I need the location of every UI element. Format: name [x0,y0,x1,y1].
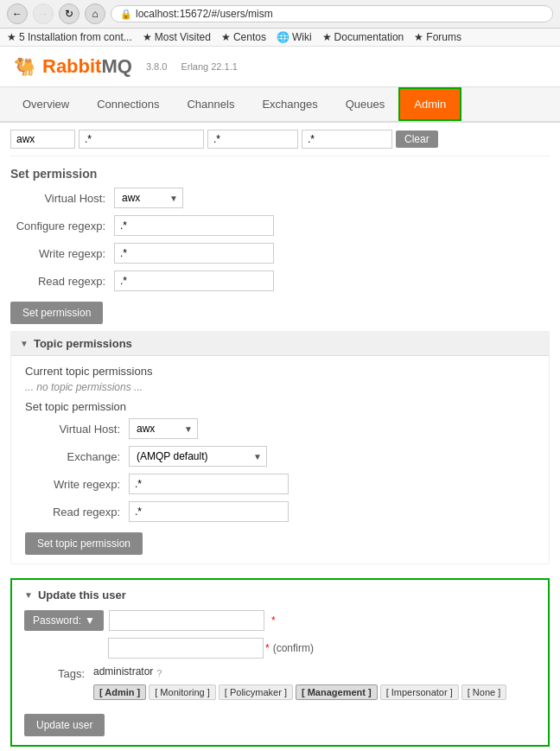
nav-queues[interactable]: Queues [332,89,399,119]
tags-chips: [ Admin ] [ Monitoring ] [ Policymaker ]… [93,684,536,700]
tag-policymaker[interactable]: [ Policymaker ] [219,684,293,700]
tags-value-row: administrator ? [93,665,536,681]
write-regexp-label: Write regexp: [10,247,114,260]
main-content: Clear Set permission Virtual Host: awx /… [0,123,560,751]
configure-regexp-row: Configure regexp: [10,215,550,236]
bookmark-docs-label: Documentation [334,31,404,43]
update-collapse-icon: ▼ [24,590,33,600]
bookmark-mostvisited-icon: ★ [143,31,152,43]
logo-area: 🐫 RabbitMQ 3.8.0 Erlang 22.1.1 [14,55,238,78]
forward-button[interactable]: → [33,3,54,24]
configure-regexp-input[interactable] [114,215,274,236]
required-star-2: * [265,642,270,654]
bookmark-docs[interactable]: ★ Documentation [322,31,404,43]
app-version: 3.8.0 [146,61,167,72]
set-topic-permission-button[interactable]: Set topic permission [25,532,143,555]
topic-read-input[interactable] [129,501,289,522]
vhost-select-wrapper: awx / ▼ [114,188,183,208]
filter-col4-input[interactable] [302,130,392,149]
refresh-button[interactable]: ↻ [59,3,80,24]
write-regexp-row: Write regexp: [10,243,550,264]
topic-vhost-select[interactable]: awx / [129,418,198,439]
read-regexp-label: Read regexp: [10,275,114,288]
app-erlang: Erlang 22.1.1 [181,61,237,72]
filter-user-input[interactable] [10,130,75,149]
bookmark-centos[interactable]: ★ Centos [221,31,266,43]
no-topic-perms-text: ... no topic permissions ... [25,381,535,393]
set-topic-permission-title: Set topic permission [25,400,535,413]
filter-row: Clear [10,123,550,156]
topic-exchange-label: Exchange: [25,450,129,463]
password-dropdown-button[interactable]: Password: ▼ [24,610,104,631]
nav-exchanges[interactable]: Exchanges [248,89,331,119]
url-bar: 🔒 localhost:15672/#/users/mism [111,5,553,22]
bookmark-forums-label: Forums [426,31,461,43]
app: 🐫 RabbitMQ 3.8.0 Erlang 22.1.1 Overview … [0,47,560,751]
bookmark-install-icon: ★ [7,31,16,43]
topic-read-label: Read regexp: [25,506,129,519]
read-regexp-input[interactable] [114,270,274,291]
nav-overview[interactable]: Overview [9,89,83,119]
topic-exchange-select[interactable]: (AMQP default) [129,446,267,467]
password-row: Password: ▼ * [24,610,536,631]
topic-vhost-row: Virtual Host: awx / ▼ [25,418,535,439]
read-regexp-row: Read regexp: [10,270,550,291]
password-btn-label: Password: [33,614,81,627]
bookmark-forums-icon: ★ [414,31,423,43]
bookmark-wiki-label: Wiki [292,31,312,43]
logo-icon: 🐫 [14,56,35,77]
filter-col3-input[interactable] [207,130,298,149]
bookmark-mostvisited-label: Most Visited [155,31,211,43]
tags-help[interactable]: ? [156,668,162,678]
password-btn-arrow: ▼ [85,614,95,627]
tag-none[interactable]: [ None ] [461,684,507,700]
bookmark-wiki[interactable]: 🌐 Wiki [277,31,312,43]
configure-regexp-label: Configure regexp: [10,220,114,232]
password-input[interactable] [109,610,264,631]
vhost-label: Virtual Host: [10,192,114,205]
nav-admin[interactable]: Admin [398,87,461,121]
update-user-button[interactable]: Update user [24,714,105,736]
topic-body: Current topic permissions ... no topic p… [11,356,549,563]
tag-management[interactable]: [ Management ] [296,684,378,700]
vhost-select[interactable]: awx / [114,188,183,208]
topic-header[interactable]: ▼ Topic permissions [11,332,549,356]
app-header: 🐫 RabbitMQ 3.8.0 Erlang 22.1.1 [0,47,560,87]
lock-icon: 🔒 [120,9,132,20]
write-regexp-input[interactable] [114,243,274,264]
confirm-row: * (confirm) [24,638,536,659]
home-button[interactable]: ⌂ [85,3,105,24]
bookmark-docs-icon: ★ [322,31,332,43]
topic-write-label: Write regexp: [25,478,129,491]
topic-write-input[interactable] [129,474,289,494]
bookmark-forums[interactable]: ★ Forums [414,31,461,43]
tag-monitoring[interactable]: [ Monitoring ] [149,684,216,700]
bookmark-centos-label: Centos [233,31,266,43]
logo-mq: MQ [101,55,131,77]
tags-content: administrator ? [ Admin ] [ Monitoring ]… [93,665,536,700]
update-user-header: ▼ Update this user [24,589,536,601]
tags-row: Tags: administrator ? [ Admin ] [ Monito… [24,665,536,700]
filter-col2-input[interactable] [79,130,204,149]
confirm-text: (confirm) [273,642,314,654]
nav-connections[interactable]: Connections [83,89,173,119]
topic-header-title: Topic permissions [34,337,132,350]
back-button[interactable]: ← [7,3,28,24]
set-permission-section: Set permission Virtual Host: awx / ▼ Con… [10,167,550,324]
set-permission-title: Set permission [10,167,550,181]
vhost-row: Virtual Host: awx / ▼ [10,188,550,208]
bookmark-install[interactable]: ★ 5 Installation from cont... [7,31,132,43]
tag-admin[interactable]: [ Admin ] [93,684,146,700]
tag-impersonator[interactable]: [ Impersonator ] [380,684,459,700]
password-confirm-input[interactable] [108,638,264,659]
bookmark-mostvisited[interactable]: ★ Most Visited [143,31,211,43]
clear-button[interactable]: Clear [396,130,438,148]
current-topic-permissions-label: Current topic permissions [25,365,535,378]
nav-channels[interactable]: Channels [173,89,248,119]
topic-vhost-select-wrapper: awx / ▼ [129,418,198,439]
tags-value: administrator [93,665,153,678]
required-star-1: * [271,614,276,627]
topic-permissions-section: ▼ Topic permissions Current topic permis… [10,331,550,564]
set-permission-button[interactable]: Set permission [10,302,103,324]
browser-chrome: ← → ↻ ⌂ 🔒 localhost:15672/#/users/mism [0,0,560,29]
